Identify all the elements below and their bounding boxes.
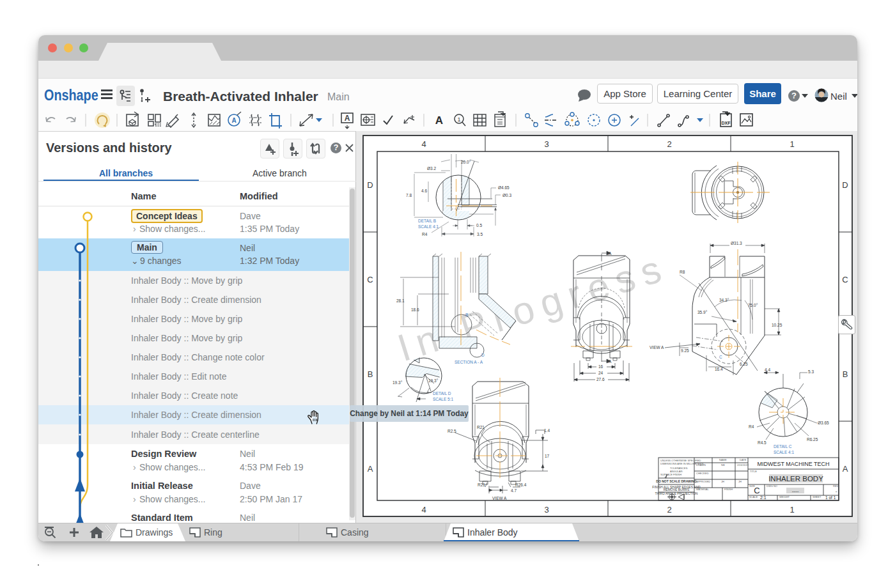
svg-text:4: 4 xyxy=(421,139,426,149)
svg-text:----: ---- xyxy=(792,488,799,494)
svg-text:A: A xyxy=(435,114,443,127)
svg-text:DWG NO: DWG NO xyxy=(767,484,777,488)
svg-text:R21: R21 xyxy=(477,425,485,429)
svg-text:MIDWEST MACHINE TECH: MIDWEST MACHINE TECH xyxy=(757,461,829,467)
svg-text:9.25: 9.25 xyxy=(681,348,689,353)
svg-text:B: B xyxy=(465,313,468,317)
svg-text:1.4: 1.4 xyxy=(544,428,550,433)
svg-text:19.3°: 19.3° xyxy=(393,380,403,385)
svg-text:75.0°: 75.0° xyxy=(748,303,758,307)
svg-text:R2.5: R2.5 xyxy=(447,429,456,433)
svg-text:16: 16 xyxy=(598,364,603,369)
svg-text:D: D xyxy=(367,180,373,190)
svg-text:REV: REV xyxy=(833,484,839,488)
svg-text:DXF: DXF xyxy=(722,121,731,125)
svg-text:Ø3.65: Ø3.65 xyxy=(818,421,829,425)
svg-text:2:1: 2:1 xyxy=(760,495,767,500)
svg-text:17: 17 xyxy=(545,454,550,458)
svg-text:20.0°: 20.0° xyxy=(461,160,471,164)
svg-text:27.6: 27.6 xyxy=(596,377,605,382)
svg-text:B: B xyxy=(843,369,848,379)
svg-text:SCALE 5:1: SCALE 5:1 xyxy=(433,397,454,401)
svg-text:R4: R4 xyxy=(422,232,428,236)
svg-text:DATE: DATE xyxy=(740,458,747,461)
svg-text:1: 1 xyxy=(457,116,460,123)
svg-text:5.3: 5.3 xyxy=(808,369,814,374)
svg-text:R21: R21 xyxy=(478,483,485,487)
svg-text:6.25: 6.25 xyxy=(740,362,748,366)
svg-text:Ø0.3: Ø0.3 xyxy=(502,193,511,197)
svg-text:THIRD ANGLE PROJECTION: THIRD ANGLE PROJECTION xyxy=(655,491,698,495)
svg-text:DRAWN: DRAWN xyxy=(696,463,706,467)
svg-text:R4.5: R4.5 xyxy=(758,440,767,445)
svg-text:JH: JH xyxy=(738,480,742,483)
svg-text:19.3°: 19.3° xyxy=(428,378,439,383)
svg-text:Ø4.65: Ø4.65 xyxy=(498,185,510,190)
svg-text:1: 1 xyxy=(790,505,794,514)
svg-text:3: 3 xyxy=(544,139,549,149)
svg-text:INHALER BODY: INHALER BODY xyxy=(768,475,823,483)
svg-text:18.6: 18.6 xyxy=(411,307,419,312)
svg-text:1: 1 xyxy=(790,139,794,149)
svg-text:4.7: 4.7 xyxy=(511,488,517,493)
svg-text:A: A xyxy=(231,117,236,124)
svg-text:B: B xyxy=(368,369,373,379)
svg-text:DETAIL B: DETAIL B xyxy=(418,219,436,223)
svg-text:34.3°: 34.3° xyxy=(719,298,729,302)
svg-text:R26.4: R26.4 xyxy=(515,483,527,487)
svg-text:C: C xyxy=(842,275,848,284)
svg-text:A: A xyxy=(609,251,612,256)
svg-text:R6.25: R6.25 xyxy=(807,437,818,442)
svg-text:3.5: 3.5 xyxy=(477,232,483,236)
svg-text:4.6: 4.6 xyxy=(421,189,427,193)
svg-text:28.1: 28.1 xyxy=(396,298,405,303)
svg-text:R8: R8 xyxy=(680,270,685,274)
svg-text:SHEET: SHEET xyxy=(813,495,821,499)
svg-text:A: A xyxy=(609,359,612,364)
svg-text:CHECKED: CHECKED xyxy=(696,472,709,475)
svg-text:NAME: NAME xyxy=(719,458,727,461)
svg-text:SECTION A - A: SECTION A - A xyxy=(455,360,483,364)
svg-text:SURFACE FINISH: SURFACE FINISH xyxy=(660,473,681,476)
svg-text:2: 2 xyxy=(667,139,671,149)
svg-text:A: A xyxy=(843,464,848,474)
svg-text:VIEW A: VIEW A xyxy=(650,345,664,350)
svg-text:WEIGHT: WEIGHT xyxy=(779,495,790,499)
svg-text:FINISH: FINISH xyxy=(724,488,733,491)
svg-text:-: - xyxy=(836,488,837,494)
svg-text:DETAIL C: DETAIL C xyxy=(774,444,792,449)
svg-text:A: A xyxy=(368,464,373,474)
svg-text:24: 24 xyxy=(598,371,603,375)
svg-text:TITLE: TITLE xyxy=(750,470,757,473)
svg-text:4: 4 xyxy=(421,505,426,514)
svg-text:Ø3.2: Ø3.2 xyxy=(427,166,436,171)
svg-text:2/24/2019: 2/24/2019 xyxy=(737,463,749,467)
svg-text:D: D xyxy=(842,180,848,190)
svg-text:DETAIL D: DETAIL D xyxy=(433,391,451,396)
svg-text:16.4: 16.4 xyxy=(715,367,723,371)
svg-text:Ø31.3: Ø31.3 xyxy=(731,241,742,245)
svg-text:4.4: 4.4 xyxy=(765,368,770,372)
svg-text:3: 3 xyxy=(544,505,549,514)
svg-text:A: A xyxy=(345,114,350,123)
svg-text:35.9°: 35.9° xyxy=(697,310,708,314)
svg-text:SCALE 4:1: SCALE 4:1 xyxy=(418,224,439,229)
svg-text:D: D xyxy=(481,353,485,357)
svg-text:SCALE 4:1: SCALE 4:1 xyxy=(774,450,795,454)
svg-text:SCALE: SCALE xyxy=(749,495,758,499)
svg-text:C: C xyxy=(719,355,722,359)
svg-text:APPROVED: APPROVED xyxy=(696,480,710,483)
svg-text:DO NOT SCALE DRAWING: DO NOT SCALE DRAWING xyxy=(656,479,696,483)
svg-text:NB: NB xyxy=(721,463,725,467)
svg-text:VIEW A: VIEW A xyxy=(492,496,507,500)
svg-text:R4: R4 xyxy=(749,424,754,429)
svg-text:C: C xyxy=(367,275,373,284)
svg-text:2: 2 xyxy=(667,505,671,514)
svg-text:JH: JH xyxy=(721,480,724,483)
svg-text:C: C xyxy=(754,486,759,495)
svg-text:7.8: 7.8 xyxy=(406,193,412,197)
svg-text:10.25: 10.25 xyxy=(772,323,782,327)
svg-text:1 of 1: 1 of 1 xyxy=(825,495,836,500)
svg-text:0.5: 0.5 xyxy=(476,223,482,228)
